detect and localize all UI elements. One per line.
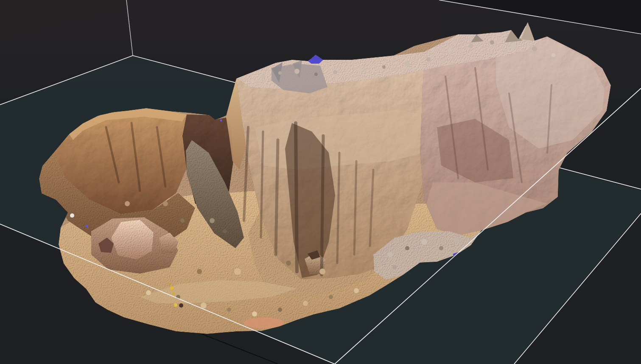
purple-dot-3 — [86, 225, 88, 227]
rubble-pebble — [261, 74, 265, 78]
rubble-pebble — [354, 288, 359, 293]
rock-striation — [276, 140, 278, 255]
rubble-pebble — [510, 43, 516, 49]
rubble-pebble — [392, 265, 397, 269]
rubble-pebble — [532, 46, 537, 51]
rubble-pebble — [314, 73, 318, 76]
rock-striation — [296, 123, 297, 272]
white-blob — [70, 213, 74, 218]
rubble-pebble — [405, 246, 409, 250]
rubble-pebble — [125, 201, 130, 206]
salmon-ground-patch — [244, 317, 284, 328]
yellow-marker-4 — [169, 283, 171, 286]
rubble-pebble — [333, 70, 337, 74]
rubble-pebble — [294, 69, 300, 74]
rubble-pebble — [197, 269, 202, 274]
rubble-pebble — [388, 252, 393, 257]
rubble-pebble — [180, 218, 185, 223]
rubble-pebble — [448, 49, 452, 53]
rubble-pebble — [278, 308, 282, 312]
rubble-pebble — [468, 43, 473, 48]
rubble-pebble — [163, 201, 168, 206]
purple-dot-2 — [220, 120, 222, 122]
rubble-pebble — [405, 61, 410, 66]
rubble-pebble — [142, 193, 146, 197]
rubble-pebble — [358, 68, 363, 72]
rubble-pebble — [426, 57, 431, 62]
rubble-pebble — [551, 53, 556, 57]
rubble-pebble — [146, 290, 151, 295]
rubble-pebble — [278, 71, 282, 75]
rubble-pebble — [453, 237, 459, 242]
rubble-pebble — [234, 268, 241, 275]
rubble-pebble — [490, 40, 494, 45]
rubble-pebble — [201, 302, 207, 308]
rubble-pebble — [439, 246, 443, 250]
rubble-pebble — [303, 301, 308, 306]
yellow-marker-2 — [172, 292, 175, 295]
rubble-pebble — [286, 260, 291, 266]
rubble-pebble — [421, 239, 427, 245]
rubble-pebble — [223, 229, 227, 233]
rubble-pebble — [252, 311, 257, 316]
viewport-3d[interactable] — [0, 0, 641, 364]
yellow-marker-3 — [174, 303, 177, 307]
dark-rock-dot — [179, 303, 183, 308]
rubble-pebble — [319, 269, 325, 274]
rubble-pebble — [382, 65, 386, 69]
yellow-marker-1 — [170, 286, 174, 290]
rubble-pebble — [210, 218, 215, 223]
rubble-pebble — [329, 295, 333, 299]
rubble-pebble — [227, 308, 231, 312]
scene-canvas[interactable] — [0, 0, 641, 364]
rock-striation — [322, 136, 323, 275]
